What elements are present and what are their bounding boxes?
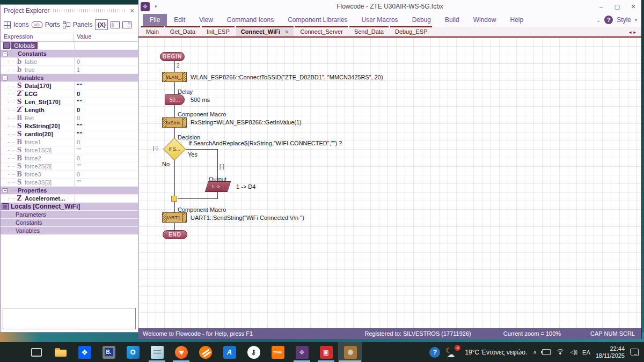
tree-row-force1[interactable]: Bforce10 bbox=[1, 138, 138, 146]
decision-collapse-icon[interactable]: [-] bbox=[153, 145, 158, 151]
tree-row-data-170-[interactable]: SData[170]"" bbox=[1, 82, 138, 90]
tab-scroll-arrows[interactable]: ◂▸ bbox=[629, 29, 638, 35]
tree-row-len-str-170-[interactable]: SLen_Str[170]"" bbox=[1, 98, 138, 106]
action-center-icon[interactable] bbox=[630, 349, 639, 356]
tree-row-ret[interactable]: BRet0 bbox=[1, 114, 138, 122]
expressions-button[interactable]: {X} bbox=[95, 19, 108, 30]
uart-macro-node[interactable]: UART1... bbox=[162, 212, 187, 223]
begin-node[interactable]: BEGIN bbox=[160, 52, 185, 61]
icons-button[interactable]: Icons bbox=[13, 21, 29, 28]
panel-drag-grip[interactable] bbox=[53, 9, 126, 12]
style-button[interactable]: Style bbox=[617, 16, 631, 24]
taskbar-task-view-icon[interactable] bbox=[24, 342, 48, 362]
panel-close-icon[interactable]: ✕ bbox=[130, 8, 135, 14]
branch-collapse-icon[interactable]: [-] bbox=[219, 164, 224, 169]
volume-icon[interactable]: ◁)) bbox=[570, 349, 577, 356]
tree-row-constants[interactable]: Constants bbox=[1, 219, 138, 227]
taskbar-bing-icon[interactable]: B. bbox=[97, 342, 121, 362]
tab-get-data[interactable]: Get_Data bbox=[165, 26, 200, 36]
tab-debug-esp[interactable]: Debug_ESP bbox=[390, 26, 433, 36]
watch-box[interactable] bbox=[3, 308, 136, 329]
menu-user-macros[interactable]: User Macros bbox=[355, 14, 405, 26]
weather-icon[interactable]: ☾☁ 4 bbox=[445, 346, 459, 358]
weather-text[interactable]: 19°C Έντονες νεφώσ. bbox=[465, 349, 528, 356]
taskbar-file-explorer-icon[interactable] bbox=[48, 342, 72, 362]
delay-node[interactable]: 50... bbox=[165, 94, 185, 105]
wlan-macro-node[interactable]: WLAN_... bbox=[162, 72, 187, 82]
taskbar-outlook-icon[interactable]: O bbox=[121, 342, 145, 362]
tree-row-variables[interactable]: Variables bbox=[1, 227, 138, 235]
minimize-button[interactable]: – bbox=[593, 1, 609, 12]
menu-build[interactable]: Build bbox=[438, 14, 466, 26]
menu-file[interactable]: File bbox=[143, 14, 167, 26]
tree-row-ecg[interactable]: Z*ECG0 bbox=[1, 90, 138, 98]
maximize-button[interactable]: ▢ bbox=[609, 1, 625, 12]
tab-connect-wifi[interactable]: Connect_WiFi✕ bbox=[236, 26, 294, 36]
dock-right-icon[interactable] bbox=[122, 21, 131, 28]
panels-icon[interactable] bbox=[63, 21, 70, 28]
wifi-icon[interactable] bbox=[556, 349, 565, 356]
ports-icon[interactable]: I/O bbox=[32, 21, 42, 28]
taskbar-brave-icon[interactable] bbox=[169, 342, 193, 362]
tab-init-esp[interactable]: Init_ESP bbox=[202, 26, 235, 36]
tree-row-rxstring-20-[interactable]: SRxString[20]"" bbox=[1, 122, 138, 130]
menu-edit[interactable]: Edit bbox=[167, 14, 192, 26]
ports-button[interactable]: Ports bbox=[45, 21, 60, 28]
tree-row-cardio-20-[interactable]: Scardio[20]"" bbox=[1, 130, 138, 138]
column-expression[interactable]: Expression bbox=[1, 33, 74, 41]
taskbar-capture-tool-icon[interactable] bbox=[338, 342, 362, 362]
taskbar-avast-icon[interactable] bbox=[193, 342, 217, 362]
taskbar-key-icon[interactable]: ⚷ bbox=[241, 342, 266, 362]
panels-button[interactable]: Panels bbox=[73, 21, 93, 28]
tree-row-variables[interactable]: Variables bbox=[1, 74, 138, 82]
menu-window[interactable]: Window bbox=[466, 14, 503, 26]
tab-close-icon[interactable]: ✕ bbox=[284, 29, 289, 35]
taskbar-flowcode-icon[interactable]: ❖ bbox=[290, 342, 314, 362]
menu-view[interactable]: View bbox=[192, 14, 220, 26]
tree-row-force3[interactable]: Bforce30 bbox=[1, 171, 138, 179]
get-help-icon[interactable]: ? bbox=[429, 347, 440, 358]
icons-grid-icon[interactable] bbox=[4, 21, 11, 28]
taskbar-notepad-icon[interactable] bbox=[145, 342, 169, 362]
menu-help[interactable]: Help bbox=[503, 14, 530, 26]
tree-row-force3s-3-[interactable]: Sforce3S[3]"" bbox=[1, 179, 138, 187]
tree-row-force2[interactable]: Bforce20 bbox=[1, 154, 138, 162]
rx-macro-node[interactable]: RxStrin... bbox=[162, 117, 187, 128]
tree-row-true[interactable]: btrue1 bbox=[1, 66, 138, 74]
tab-send-data[interactable]: Send_Data bbox=[349, 26, 389, 36]
end-node[interactable]: END bbox=[163, 230, 187, 239]
tree-row-false[interactable]: bfalse0 bbox=[1, 58, 138, 66]
menu-component-libraries[interactable]: Component Libraries bbox=[281, 14, 354, 26]
tree-row-properties[interactable]: Properties bbox=[1, 187, 138, 195]
taskbar-dropbox-icon[interactable]: ❖ bbox=[72, 342, 97, 362]
style-caret-icon[interactable]: ▾ bbox=[635, 18, 637, 23]
collapse-box-icon[interactable] bbox=[3, 188, 8, 193]
connector-point[interactable] bbox=[171, 196, 177, 202]
language-indicator[interactable]: ΕΛ bbox=[582, 349, 590, 356]
tab-connect-server[interactable]: Connect_Server bbox=[295, 26, 348, 36]
tree-row-force2s-3-[interactable]: Sforce2S[3]"" bbox=[1, 162, 138, 171]
taskbar-temu-icon[interactable]: TEMU bbox=[266, 342, 290, 362]
dock-left-icon[interactable] bbox=[111, 21, 120, 28]
tree-row-locals-connect-wifi-[interactable]: Locals [Connect_WiFi] bbox=[1, 203, 138, 211]
help-icon[interactable]: ? bbox=[604, 16, 613, 24]
collapse-box-icon[interactable] bbox=[3, 76, 8, 80]
menu-command-icons[interactable]: Command Icons bbox=[220, 14, 281, 26]
column-value[interactable]: Value bbox=[74, 33, 91, 41]
flowchart-canvas[interactable]: BEGIN 2 WLAN_... WLAN_ESP8266::ConnectTo… bbox=[138, 38, 641, 328]
collapse-box-icon[interactable] bbox=[3, 51, 8, 56]
ribbon-collapse-icon[interactable]: ⌄ bbox=[596, 17, 601, 23]
tray-overflow-icon[interactable]: ∧ bbox=[533, 349, 537, 355]
menu-debug[interactable]: Debug bbox=[405, 14, 438, 26]
tree-row-length[interactable]: Z*Length0 bbox=[1, 106, 138, 114]
tree-row-globals[interactable]: Globals bbox=[1, 42, 138, 50]
tree-row-constants[interactable]: Constants bbox=[1, 50, 138, 58]
tree-row-acceleromet-[interactable]: ZAcceleromet... bbox=[1, 195, 138, 203]
taskbar-video-tool-icon[interactable]: ▣ bbox=[314, 342, 338, 362]
device-icon[interactable] bbox=[542, 349, 551, 355]
decision-node[interactable]: If S... bbox=[163, 138, 186, 160]
tree-row-force1s-3-[interactable]: Sforce1S[3]"" bbox=[1, 146, 138, 154]
tab-main[interactable]: Main bbox=[141, 26, 164, 36]
taskbar-anydesk-icon[interactable]: A bbox=[217, 342, 241, 362]
tree-row-parameters[interactable]: Parameters bbox=[1, 211, 138, 219]
